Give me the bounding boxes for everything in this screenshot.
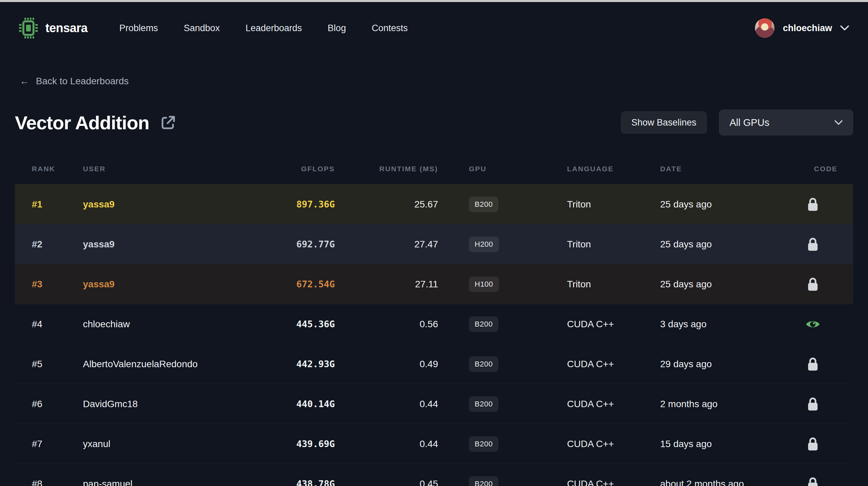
- user-cell: yassa9: [83, 199, 292, 210]
- date-cell: 2 months ago: [645, 399, 788, 410]
- date-cell: 15 days ago: [645, 439, 788, 449]
- page-title: Vector Addition: [15, 112, 149, 134]
- code-cell: [788, 319, 838, 329]
- table-row[interactable]: #1 yassa9 897.36G 25.67 B200 Triton 25 d…: [15, 184, 853, 224]
- language-cell: Triton: [553, 239, 645, 250]
- user-cell: AlbertoValenzuelaRedondo: [83, 359, 292, 370]
- user-cell: yassa9: [83, 279, 292, 290]
- table-row[interactable]: #2 yassa9 692.77G 27.47 H200 Triton 25 d…: [15, 224, 853, 264]
- gpu-filter-select[interactable]: All GPUs: [719, 110, 853, 135]
- back-arrow-icon: ←: [20, 76, 29, 87]
- runtime-cell: 0.44: [335, 439, 438, 449]
- code-cell: [788, 397, 838, 411]
- runtime-cell: 0.49: [335, 359, 438, 370]
- runtime-cell: 0.56: [335, 319, 438, 330]
- gpu-badge: H100: [469, 277, 499, 292]
- table-row[interactable]: #5 AlbertoValenzuelaRedondo 442.93G 0.49…: [15, 344, 853, 384]
- lock-icon: [807, 477, 819, 486]
- language-cell: CUDA C++: [553, 319, 645, 330]
- gpu-cell: B200: [438, 476, 553, 486]
- date-cell: 3 days ago: [645, 319, 788, 330]
- runtime-cell: 25.67: [335, 199, 438, 210]
- gflops-cell: 692.77G: [292, 239, 335, 249]
- gpu-badge: H200: [469, 237, 499, 252]
- gflops-cell: 445.36G: [292, 319, 335, 329]
- eye-icon[interactable]: [805, 319, 820, 329]
- language-cell: CUDA C++: [553, 479, 645, 486]
- brand-name: tensara: [45, 21, 88, 35]
- table-row[interactable]: #6 DavidGmc18 440.14G 0.44 B200 CUDA C++…: [15, 384, 853, 424]
- runtime-cell: 27.47: [335, 239, 438, 250]
- runtime-cell: 0.45: [335, 479, 438, 486]
- col-header-rank: RANK: [15, 165, 83, 173]
- rank-cell: #6: [15, 399, 83, 410]
- gflops-cell: 442.93G: [292, 359, 335, 369]
- table-row[interactable]: #8 pan-samuel 438.78G 0.45 B200 CUDA C++…: [15, 464, 853, 486]
- rank-cell: #8: [15, 479, 83, 486]
- lock-icon: [807, 237, 819, 251]
- brand-logo[interactable]: tensara: [19, 18, 88, 39]
- rank-cell: #4: [15, 319, 83, 330]
- gpu-badge: B200: [469, 396, 498, 412]
- show-baselines-button[interactable]: Show Baselines: [621, 111, 707, 134]
- gpu-cell: H200: [438, 237, 553, 252]
- avatar: [755, 18, 775, 38]
- lock-icon: [807, 357, 819, 371]
- col-header-gpu: GPU: [438, 165, 553, 173]
- gflops-cell: 439.69G: [292, 439, 335, 449]
- col-header-gflops: GFLOPS: [292, 165, 335, 173]
- leaderboard-rows: #1 yassa9 897.36G 25.67 B200 Triton 25 d…: [15, 184, 853, 486]
- table-row[interactable]: #7 yxanul 439.69G 0.44 B200 CUDA C++ 15 …: [15, 424, 853, 464]
- gpu-cell: B200: [438, 396, 553, 412]
- date-cell: 25 days ago: [645, 199, 788, 210]
- lock-icon: [807, 277, 819, 291]
- language-cell: CUDA C++: [553, 439, 645, 449]
- external-link-icon[interactable]: [161, 115, 176, 130]
- code-cell: [788, 477, 838, 486]
- table-row[interactable]: #3 yassa9 672.54G 27.11 H100 Triton 25 d…: [15, 264, 853, 304]
- rank-cell: #7: [15, 439, 83, 449]
- chip-icon: [19, 18, 38, 39]
- gpu-badge: B200: [469, 436, 498, 452]
- gpu-filter-value: All GPUs: [730, 117, 769, 128]
- runtime-cell: 27.11: [335, 279, 438, 290]
- gpu-cell: B200: [438, 356, 553, 372]
- table-controls: Show Baselines All GPUs: [621, 110, 853, 135]
- gpu-cell: B200: [438, 316, 553, 332]
- user-menu[interactable]: chloechiaw: [755, 18, 849, 38]
- main-content: ← Back to Leaderboards Vector Addition S…: [0, 54, 868, 486]
- table-header: RANK USER GFLOPS RUNTIME (MS) GPU LANGUA…: [15, 154, 853, 184]
- nav-item-leaderboards[interactable]: Leaderboards: [245, 23, 302, 34]
- user-cell: yassa9: [83, 239, 292, 250]
- language-cell: Triton: [553, 199, 645, 210]
- rank-cell: #3: [15, 279, 83, 290]
- gpu-badge: B200: [469, 197, 498, 212]
- nav-item-contests[interactable]: Contests: [372, 23, 408, 34]
- username: chloechiaw: [783, 23, 832, 34]
- gpu-badge: B200: [469, 476, 498, 486]
- nav-links: Problems Sandbox Leaderboards Blog Conte…: [120, 23, 408, 34]
- col-header-language: LANGUAGE: [553, 165, 645, 173]
- col-header-user: USER: [83, 165, 292, 173]
- nav-item-blog[interactable]: Blog: [328, 23, 346, 34]
- nav-item-sandbox[interactable]: Sandbox: [184, 23, 220, 34]
- top-nav: tensara Problems Sandbox Leaderboards Bl…: [0, 2, 868, 54]
- back-link-label: Back to Leaderboards: [36, 76, 129, 87]
- date-cell: about 2 months ago: [645, 479, 788, 486]
- back-to-leaderboards-link[interactable]: ← Back to Leaderboards: [15, 76, 129, 87]
- table-row[interactable]: #4 chloechiaw 445.36G 0.56 B200 CUDA C++…: [15, 304, 853, 344]
- col-header-date: DATE: [645, 165, 788, 173]
- lock-icon: [807, 437, 819, 451]
- nav-item-problems[interactable]: Problems: [120, 23, 158, 34]
- gpu-cell: B200: [438, 197, 553, 212]
- user-cell: DavidGmc18: [83, 399, 292, 410]
- rank-cell: #5: [15, 359, 83, 370]
- user-cell: chloechiaw: [83, 319, 292, 330]
- code-cell: [788, 357, 838, 371]
- gflops-cell: 440.14G: [292, 399, 335, 409]
- date-cell: 25 days ago: [645, 279, 788, 290]
- date-cell: 29 days ago: [645, 359, 788, 370]
- gflops-cell: 438.78G: [292, 479, 335, 486]
- col-header-runtime: RUNTIME (MS): [335, 165, 438, 173]
- lock-icon: [807, 397, 819, 411]
